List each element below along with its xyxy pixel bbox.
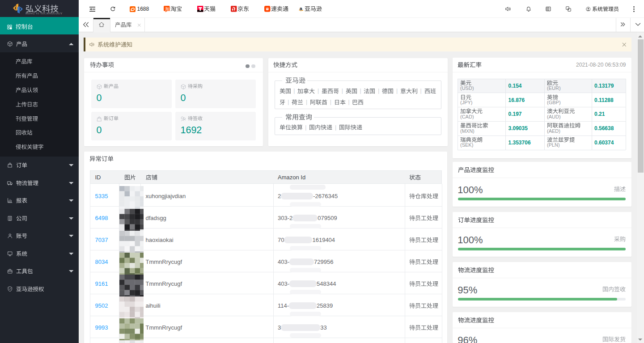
svg-text:a: a [300, 6, 303, 11]
